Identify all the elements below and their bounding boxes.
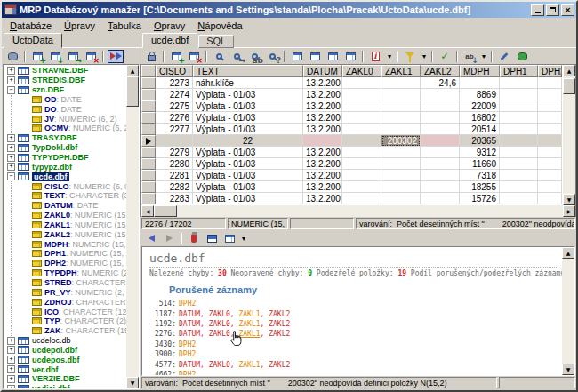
field-link-zakl1[interactable]: ZAKL1	[238, 330, 260, 338]
collapse-icon[interactable]: −	[7, 172, 15, 180]
grid-cell-mdph[interactable]: 18255	[460, 181, 500, 193]
grid-cell-zakl2[interactable]	[421, 100, 460, 112]
field-link-datum[interactable]: DATUM	[179, 310, 200, 318]
title-bar[interactable]: MRP Databázový manažer [C:\Documents and…	[2, 2, 576, 18]
field-link-dph2[interactable]: DPH2	[179, 300, 196, 308]
browse-report-icon[interactable]	[204, 232, 220, 245]
grid-cell-datum[interactable]: 13.2.2003	[303, 89, 342, 100]
field-link-dph2[interactable]: DPH2	[179, 350, 196, 358]
report-scroll-track[interactable]	[562, 259, 574, 364]
grid-cell-datum[interactable]: 13.2.2003	[303, 112, 342, 124]
grid-view-3-icon[interactable]	[325, 50, 341, 63]
grid-cell-zakl0[interactable]	[342, 181, 381, 193]
database-icon[interactable]	[4, 50, 20, 63]
grid-cell-mdph[interactable]: 20514	[460, 124, 500, 135]
grid-vscrollbar[interactable]: ▲ ▼	[563, 65, 575, 205]
menu-npovda[interactable]: Nápověda	[191, 20, 248, 32]
scroll-right-icon[interactable]: ▶	[563, 205, 575, 217]
grid-cell-zakl0[interactable]	[342, 158, 381, 170]
info-dropdown-icon[interactable]: ▾	[385, 50, 393, 63]
maximize-button[interactable]	[546, 4, 559, 16]
grid-cell-dph2[interactable]	[538, 100, 562, 112]
field-link-zakl2[interactable]: ZAKL2	[269, 320, 290, 328]
grid-cell-zakl2[interactable]	[421, 158, 460, 170]
grid-cell-zakl2[interactable]	[421, 147, 460, 158]
expand-icon[interactable]: +	[7, 144, 15, 152]
grid-cell-cislo[interactable]: 2277	[156, 124, 193, 135]
field-link-datum[interactable]: DATUM	[179, 361, 200, 369]
grid-cell-mdph[interactable]: 7318	[460, 170, 500, 181]
grid-cell-cislo[interactable]: 2276	[156, 112, 193, 124]
expand-icon[interactable]: +	[7, 385, 15, 388]
tree-item[interactable]: +TypDokl.dbf	[5, 143, 126, 153]
grid-cell-dph1[interactable]	[500, 181, 538, 193]
grid-cell-dph1[interactable]	[500, 100, 538, 112]
grid-cell-text[interactable]: Výplata - 01/03	[193, 124, 303, 135]
field-link-zakl0[interactable]: ZAKL0	[209, 330, 230, 338]
tree-item[interactable]: −ucde.dbf	[5, 172, 126, 181]
grid-cell-zakl0[interactable]	[342, 193, 381, 204]
grid-cell-text[interactable]: Výplata - 01/03	[193, 181, 303, 193]
grid-vscroll-thumb[interactable]	[563, 78, 575, 94]
tree-item[interactable]: +STRAVNE.DBF	[5, 66, 126, 76]
record-delete-icon[interactable]: ×	[186, 50, 202, 63]
grid-cell-dph2[interactable]	[538, 181, 562, 193]
scroll-up-icon[interactable]: ▲	[563, 65, 575, 76]
grid-cell-text[interactable]: Výplata - 01/03	[193, 147, 303, 158]
column-header-datum[interactable]: DATUM	[303, 65, 342, 77]
grid-cell-mdph[interactable]: 9312	[460, 147, 500, 158]
grid-cell-zakl0[interactable]	[342, 100, 381, 112]
tab-sql[interactable]: SQL	[198, 35, 234, 48]
column-header-zakl1[interactable]: ZAKL1	[381, 65, 421, 77]
grid-cell-zakl1[interactable]	[381, 193, 421, 204]
grid-cell-mdph[interactable]: 16802	[460, 112, 500, 124]
grid-cell-datum[interactable]: 13.2.2003	[303, 100, 342, 112]
tree-item[interactable]: MDPH : NUMERIC (15, 2)	[5, 239, 126, 249]
tree-item[interactable]: +TYPYDPH.DBF	[5, 153, 126, 163]
grid-cell-text[interactable]: Výplata - 01/03	[193, 100, 303, 112]
scroll-down-icon[interactable]: ▼	[563, 194, 575, 205]
grid-cell-zakl1[interactable]	[381, 181, 421, 193]
tree-scrollbar[interactable]: ▲ ▼	[126, 65, 139, 388]
field-link-dph2[interactable]: DPH2	[179, 371, 196, 375]
expand-icon[interactable]: +	[7, 346, 15, 354]
field-link-zakl2[interactable]: ZAKL2	[269, 310, 290, 318]
minimize-button[interactable]	[531, 4, 544, 16]
grid-cell-zakl1[interactable]: 200302	[381, 135, 421, 147]
menu-pravy[interactable]: Úpravy	[58, 20, 101, 32]
grid-cell-zakl0[interactable]	[342, 135, 381, 147]
grid-cell-mdph[interactable]: 11660	[460, 158, 500, 170]
grid-cell-zakl1[interactable]	[381, 100, 421, 112]
grid-cell-zakl2[interactable]	[421, 193, 460, 204]
field-link-zakl1[interactable]: ZAKL1	[238, 361, 260, 369]
row-marker[interactable]	[141, 181, 156, 193]
tree-item[interactable]: ZAKL2 : NUMERIC (15, 2)	[5, 229, 126, 239]
grid-cell-text[interactable]: Výplata - 01/03	[193, 89, 303, 100]
grid-cell-dph1[interactable]	[500, 135, 538, 147]
data-transfer-icon[interactable]	[108, 50, 124, 63]
table-delete-icon[interactable]: ×	[83, 50, 99, 63]
table-export-icon[interactable]: →	[65, 50, 81, 63]
info-icon[interactable]: i	[367, 50, 383, 63]
grid-cell-zakl2[interactable]	[421, 135, 460, 147]
scroll-down-icon[interactable]: ▼	[126, 377, 139, 388]
field-link-zakl1[interactable]: ZAKL1	[238, 310, 260, 318]
field-link-zakl0[interactable]: ZAKL0	[209, 320, 230, 328]
grid-cell-cislo[interactable]	[156, 135, 193, 147]
back-icon[interactable]	[143, 232, 159, 245]
field-link-zakl2[interactable]: ZAKL2	[269, 330, 290, 338]
search-icon[interactable]	[211, 50, 227, 63]
sort-dropdown-icon[interactable]: ▾	[479, 50, 487, 63]
grid-cell-dph2[interactable]	[538, 89, 562, 100]
grid-cell-text[interactable]: Výplata - 01/03	[193, 158, 303, 170]
grid-cell-zakl0[interactable]	[342, 170, 381, 181]
table-add-icon[interactable]: +	[29, 50, 45, 63]
grid-cell-zakl2[interactable]	[421, 124, 460, 135]
tree-item[interactable]: TYP : CHARACTER (2)	[5, 316, 126, 326]
tree-item[interactable]: TYPDPH : NUMERIC (2, 0)	[5, 268, 126, 278]
grid-cell-cislo[interactable]: 2275	[156, 100, 193, 112]
close-button[interactable]: ×	[561, 4, 574, 16]
tree-item[interactable]: DATUM : DATE	[5, 201, 126, 211]
expand-icon[interactable]: +	[7, 76, 15, 84]
grid-cell-mdph[interactable]: 20365	[460, 135, 500, 147]
